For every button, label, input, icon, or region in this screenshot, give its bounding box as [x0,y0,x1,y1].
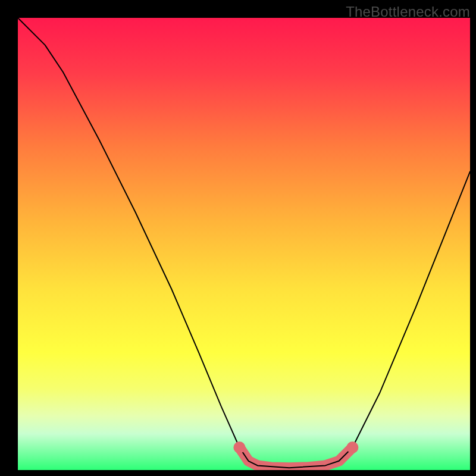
curve-layer [18,18,470,470]
watermark-text: TheBottleneck.com [346,4,470,20]
plot-area [18,18,470,470]
marker-endpoint-left [233,441,245,453]
marker-endpoint-right [346,441,358,453]
bottleneck-curve-path [18,18,470,468]
